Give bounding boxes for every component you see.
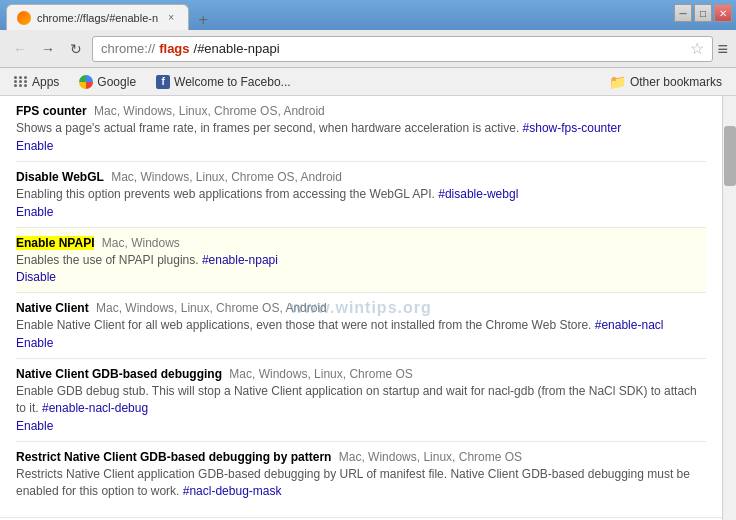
address-protocol: chrome:// [101, 41, 155, 56]
flag-name-highlighted: Enable NPAPI [16, 236, 94, 250]
tab-close-button[interactable]: × [164, 11, 178, 25]
flag-description: Shows a page's actual frame rate, in fra… [16, 120, 706, 137]
flag-link[interactable]: #enable-nacl-debug [42, 401, 148, 415]
flag-enable-link[interactable]: Enable [16, 139, 53, 153]
folder-icon: 📁 [609, 74, 626, 90]
back-icon: ← [13, 41, 27, 57]
flag-item-fps-counter: FPS counter Mac, Windows, Linux, Chrome … [16, 96, 706, 162]
content-area: FPS counter Mac, Windows, Linux, Chrome … [0, 96, 722, 520]
flag-item-disable-webgl: Disable WebGL Mac, Windows, Linux, Chrom… [16, 162, 706, 228]
flag-name: FPS counter [16, 104, 87, 118]
minimize-button[interactable]: ─ [674, 4, 692, 22]
scrollbar-thumb[interactable] [724, 126, 736, 186]
flag-header: Native Client GDB-based debugging Mac, W… [16, 367, 706, 381]
flag-header: FPS counter Mac, Windows, Linux, Chrome … [16, 104, 706, 118]
flag-description: Restricts Native Client application GDB-… [16, 466, 706, 500]
maximize-button[interactable]: □ [694, 4, 712, 22]
active-tab[interactable]: chrome://flags/#enable-n × [6, 4, 189, 30]
flag-enable-link[interactable]: Enable [16, 336, 53, 350]
flag-item-nacl-gdb: Native Client GDB-based debugging Mac, W… [16, 359, 706, 442]
flag-platform: Mac, Windows, Linux, Chrome OS [229, 367, 412, 381]
flag-platform: Mac, Windows [102, 236, 180, 250]
back-button[interactable]: ← [8, 37, 32, 61]
bookmark-google-label: Google [97, 75, 136, 89]
flag-link[interactable]: #enable-npapi [202, 253, 278, 267]
close-button[interactable]: ✕ [714, 4, 732, 22]
flag-description: Enabling this option prevents web applic… [16, 186, 706, 203]
flag-description: Enables the use of NPAPI plugins. #enabl… [16, 252, 706, 269]
flag-enable-link[interactable]: Enable [16, 205, 53, 219]
google-icon [79, 75, 93, 89]
flag-item-nacl-gdb-pattern: Restrict Native Client GDB-based debuggi… [16, 442, 706, 510]
facebook-icon: f [156, 75, 170, 89]
flag-header: Restrict Native Client GDB-based debuggi… [16, 450, 706, 464]
flag-disable-link[interactable]: Disable [16, 270, 56, 284]
flag-platform: Mac, Windows, Linux, Chrome OS [339, 450, 522, 464]
flag-link[interactable]: #enable-nacl [595, 318, 664, 332]
flag-name: Disable WebGL [16, 170, 104, 184]
address-path: /#enable-npapi [194, 41, 280, 56]
vertical-scrollbar[interactable] [722, 96, 736, 520]
tab-label: chrome://flags/#enable-n [37, 12, 158, 24]
flag-link[interactable]: #nacl-debug-mask [183, 484, 282, 498]
bookmarks-bar: Apps Google f Welcome to Facebo... 📁 Oth… [0, 68, 736, 96]
new-tab-button[interactable]: + [191, 10, 215, 30]
address-flags: flags [159, 41, 189, 56]
flags-list: FPS counter Mac, Windows, Linux, Chrome … [0, 96, 722, 517]
flag-platform: Mac, Windows, Linux, Chrome OS, Android [111, 170, 342, 184]
bookmark-apps[interactable]: Apps [8, 73, 65, 91]
window-controls: ─ □ ✕ [674, 4, 732, 22]
flag-enable-link[interactable]: Enable [16, 419, 53, 433]
tab-bar: chrome://flags/#enable-n × + [6, 0, 215, 30]
flag-name: Native Client GDB-based debugging [16, 367, 222, 381]
flag-platform: Mac, Windows, Linux, Chrome OS, Android [96, 301, 327, 315]
flag-item-native-client: Native Client Mac, Windows, Linux, Chrom… [16, 293, 706, 359]
bookmark-facebook[interactable]: f Welcome to Facebo... [150, 73, 297, 91]
bookmark-other[interactable]: 📁 Other bookmarks [603, 72, 728, 92]
forward-icon: → [41, 41, 55, 57]
refresh-button[interactable]: ↻ [64, 37, 88, 61]
window-title-bar: chrome://flags/#enable-n × + ─ □ ✕ [0, 0, 736, 30]
content-wrapper: FPS counter Mac, Windows, Linux, Chrome … [0, 96, 736, 520]
flag-description: Enable Native Client for all web applica… [16, 317, 706, 334]
flag-link[interactable]: #show-fps-counter [523, 121, 622, 135]
bookmark-facebook-label: Welcome to Facebo... [174, 75, 291, 89]
bookmark-google[interactable]: Google [73, 73, 142, 91]
flag-header: Enable NPAPI Mac, Windows [16, 236, 706, 250]
flag-name: Native Client [16, 301, 89, 315]
flag-platform: Mac, Windows, Linux, Chrome OS, Android [94, 104, 325, 118]
flag-header: Native Client Mac, Windows, Linux, Chrom… [16, 301, 706, 315]
navigation-bar: ← → ↻ chrome://flags/#enable-npapi ☆ ≡ [0, 30, 736, 68]
flag-description: Enable GDB debug stub. This will stop a … [16, 383, 706, 417]
chrome-menu-button[interactable]: ≡ [717, 40, 728, 58]
tab-favicon [17, 11, 31, 25]
bookmark-other-label: Other bookmarks [630, 75, 722, 89]
bookmark-apps-label: Apps [32, 75, 59, 89]
flag-item-enable-npapi: Enable NPAPI Mac, Windows Enables the us… [16, 228, 706, 294]
flag-name: Restrict Native Client GDB-based debuggi… [16, 450, 331, 464]
apps-grid-icon [14, 76, 28, 87]
refresh-icon: ↻ [70, 41, 82, 57]
bookmark-star-icon[interactable]: ☆ [690, 39, 704, 58]
flag-header: Disable WebGL Mac, Windows, Linux, Chrom… [16, 170, 706, 184]
flag-link[interactable]: #disable-webgl [438, 187, 518, 201]
forward-button[interactable]: → [36, 37, 60, 61]
address-bar[interactable]: chrome://flags/#enable-npapi ☆ [92, 36, 713, 62]
